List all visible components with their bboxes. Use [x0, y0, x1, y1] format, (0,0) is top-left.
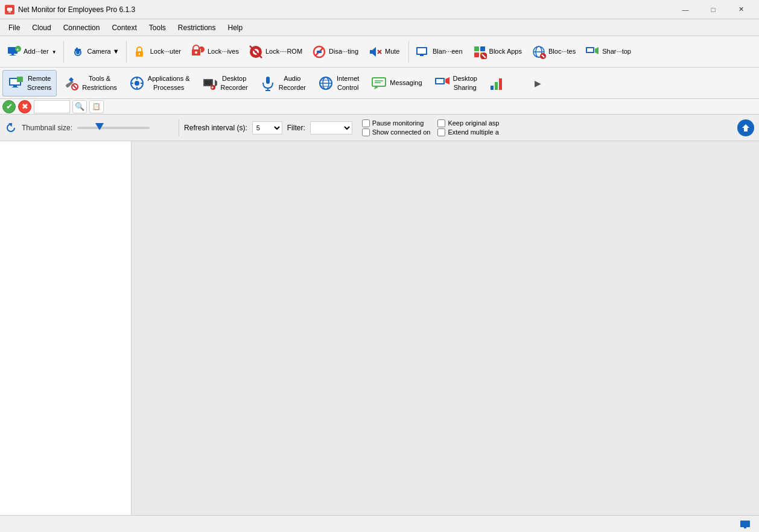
toolbar-separator: [179, 119, 179, 136]
block-sites-icon: [532, 45, 546, 59]
svg-rect-28: [420, 55, 424, 56]
block-apps-icon: [472, 45, 487, 59]
computer-name-input[interactable]: [34, 100, 70, 113]
menu-connection[interactable]: Connection: [57, 21, 106, 34]
lock-rom-button[interactable]: Lock····ROM: [244, 39, 306, 65]
svg-rect-12: [139, 53, 140, 55]
monitor-options-2: Keep original asp Extend multiple a: [437, 119, 499, 136]
desktop-sharing-icon: [434, 75, 451, 92]
add-computer-icon: +: [7, 45, 21, 59]
lock-computer-button[interactable]: Lock···uter: [129, 39, 185, 65]
share-desktop-button[interactable]: Shar···top: [581, 39, 635, 65]
maximize-button[interactable]: □: [700, 2, 726, 17]
sidebar: [0, 141, 132, 515]
thumbnail-label: Thumbnail size:: [22, 124, 72, 132]
filter-label: Filter:: [287, 124, 305, 132]
block-apps-button[interactable]: Block Apps: [468, 39, 526, 65]
desktop-recorder-icon: [202, 75, 218, 92]
svg-rect-62: [211, 87, 214, 87]
stop-button[interactable]: ✖: [18, 100, 31, 113]
svg-rect-4: [10, 55, 16, 55]
pause-monitoring-checkbox[interactable]: [362, 119, 370, 127]
content-area: [132, 141, 759, 515]
disabling-button[interactable]: Disa···ting: [308, 39, 363, 65]
monitor-toolbar: Thumbnail size: Refresh interval (s): 5 …: [0, 115, 759, 141]
svg-rect-48: [17, 77, 23, 82]
tab-audio-recorder[interactable]: AudioRecorder: [254, 70, 311, 97]
tab-messaging[interactable]: Messaging: [365, 70, 427, 97]
start-button[interactable]: ✔: [2, 100, 16, 113]
mute-label: Mute: [385, 48, 399, 55]
svg-rect-1: [8, 11, 11, 13]
tab-tools-restrictions[interactable]: Tools &Restrictions: [57, 70, 122, 97]
disabling-icon: [312, 45, 326, 59]
app-icon: [5, 5, 14, 14]
thumbnail-slider-thumb: [95, 123, 104, 130]
block-sites-button[interactable]: Bloc···tes: [527, 39, 580, 65]
tools-restrictions-icon: [63, 75, 80, 92]
svg-text:!: !: [200, 48, 202, 53]
menu-context[interactable]: Context: [106, 21, 142, 34]
svg-rect-84: [744, 527, 746, 528]
window-controls: — □ ✕: [672, 2, 754, 17]
svg-rect-58: [205, 80, 212, 85]
extend-multiple-checkbox-label[interactable]: Extend multiple a: [437, 128, 499, 136]
refresh-icon[interactable]: [5, 122, 17, 134]
block-apps-label: Block Apps: [489, 48, 522, 55]
blank-screen-button[interactable]: Blan···een: [411, 39, 467, 65]
svg-rect-10: [76, 48, 78, 49]
svg-text:+: +: [16, 47, 19, 52]
svg-rect-3: [11, 54, 14, 55]
filter-select[interactable]: [310, 121, 352, 135]
lock-drives-button[interactable]: ! Lock···ives: [186, 39, 243, 65]
view-button[interactable]: 📋: [89, 100, 104, 113]
share-desktop-icon: [585, 45, 600, 59]
close-button[interactable]: ✕: [728, 2, 754, 17]
tab-scroll-right[interactable]: ▶: [532, 70, 544, 97]
pause-monitoring-checkbox-label[interactable]: Pause monitoring: [362, 119, 431, 127]
keep-original-checkbox-label[interactable]: Keep original asp: [437, 119, 499, 127]
tab-internet-control[interactable]: InternetControl: [312, 70, 364, 97]
tab-desktop-recorder[interactable]: DesktopRecorder: [196, 70, 253, 97]
tab-tools-restrictions-label: Tools &Restrictions: [82, 74, 116, 92]
add-computer-button[interactable]: + Add···ter ▼: [2, 39, 61, 65]
menu-file[interactable]: File: [2, 21, 26, 34]
status-bar: [0, 515, 759, 532]
tab-more[interactable]: [483, 70, 532, 97]
add-computer-label: Add···ter ▼: [24, 48, 57, 55]
keep-original-checkbox[interactable]: [437, 119, 445, 127]
share-desktop-label: Shar···top: [602, 48, 631, 55]
svg-rect-80: [499, 78, 502, 90]
extend-multiple-checkbox[interactable]: [437, 128, 445, 136]
menu-help[interactable]: Help: [221, 21, 249, 34]
export-button[interactable]: [737, 119, 754, 136]
tab-desktop-recorder-label: DesktopRecorder: [221, 74, 248, 92]
svg-rect-76: [436, 79, 443, 83]
show-connected-checkbox[interactable]: [362, 128, 370, 136]
svg-rect-79: [495, 82, 498, 90]
tab-applications-label: Applications &Processes: [148, 74, 190, 92]
tab-desktop-sharing[interactable]: DesktopSharing: [428, 70, 483, 97]
minimize-button[interactable]: —: [672, 2, 699, 17]
tab-applications-processes[interactable]: Applications &Processes: [123, 70, 195, 97]
search-button[interactable]: 🔍: [72, 100, 87, 113]
tab-remote-screens[interactable]: RemoteScreens: [2, 70, 57, 97]
lock-drives-label: Lock···ives: [208, 48, 239, 55]
blank-screen-icon: [416, 45, 430, 59]
svg-rect-30: [474, 46, 479, 51]
refresh-interval-select[interactable]: 5 1 2 3 10 15 30 60: [252, 121, 282, 135]
mute-button[interactable]: Mute: [364, 39, 406, 65]
menu-cloud[interactable]: Cloud: [26, 21, 57, 34]
svg-marker-59: [215, 80, 217, 87]
menu-restrictions[interactable]: Restrictions: [172, 21, 222, 34]
svg-line-50: [73, 85, 77, 89]
camera-label: Camera ▼: [87, 48, 119, 55]
camera-button[interactable]: Camera ▼: [66, 39, 124, 65]
audio-recorder-icon: [259, 75, 276, 92]
svg-rect-63: [266, 77, 270, 84]
show-connected-checkbox-label[interactable]: Show connected on: [362, 128, 431, 136]
svg-rect-31: [480, 46, 485, 51]
menu-tools[interactable]: Tools: [143, 21, 172, 34]
quick-toolbar: ✔ ✖ 🔍 📋: [0, 99, 759, 115]
applications-processes-icon: [129, 75, 145, 92]
